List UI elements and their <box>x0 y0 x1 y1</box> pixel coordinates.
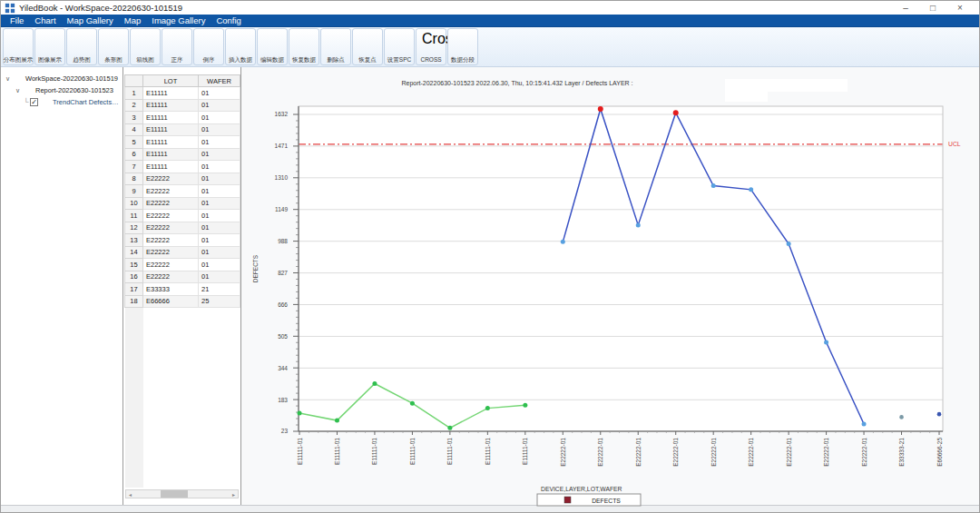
menu-file[interactable]: File <box>5 15 29 26</box>
table-row[interactable]: 1E1111101 <box>125 87 240 100</box>
wafer-cell[interactable]: 01 <box>199 87 240 100</box>
lot-cell[interactable]: E11111 <box>143 87 199 100</box>
wafer-cell[interactable]: 01 <box>199 234 240 247</box>
lot-cell[interactable]: E11111 <box>143 161 199 173</box>
row-number-cell[interactable]: 8 <box>125 173 143 185</box>
lot-cell[interactable]: E22222 <box>143 197 199 210</box>
data-point[interactable] <box>787 242 791 246</box>
lot-cell[interactable]: E11111 <box>143 123 199 136</box>
row-number-cell[interactable]: 17 <box>125 283 143 296</box>
table-row[interactable]: 3E1111101 <box>125 112 240 124</box>
horizontal-scrollbar[interactable]: ◂ ▸ <box>125 489 239 498</box>
menu-config[interactable]: Config <box>211 15 246 26</box>
scrollbar-track[interactable] <box>134 490 230 498</box>
table-row[interactable]: 16E2222201 <box>125 271 240 283</box>
box-plot-button[interactable]: 箱线图 <box>130 28 161 65</box>
scrollbar-thumb[interactable] <box>161 490 188 498</box>
row-number-cell[interactable]: 11 <box>125 210 143 222</box>
lot-cell[interactable]: E22222 <box>143 246 199 259</box>
table-row[interactable]: 4E1111101 <box>125 123 240 136</box>
wafer-cell[interactable]: 25 <box>199 295 240 308</box>
table-row[interactable]: 10E2222201 <box>125 197 240 210</box>
row-number-cell[interactable]: 15 <box>125 259 143 271</box>
data-point-lone[interactable] <box>937 412 942 417</box>
table-row[interactable]: 15E2222201 <box>125 259 240 271</box>
wafer-cell[interactable]: 01 <box>199 112 240 124</box>
wafer-cell[interactable]: 01 <box>199 136 240 149</box>
table-row[interactable]: 8E2222201 <box>125 173 240 185</box>
edit-data-button[interactable]: 编辑数据 <box>257 28 288 65</box>
wafer-cell[interactable]: 01 <box>199 161 240 173</box>
table-row[interactable]: 5E1111101 <box>125 136 240 149</box>
row-number-cell[interactable]: 14 <box>125 246 143 259</box>
wafer-cell[interactable]: 21 <box>199 283 240 296</box>
row-number-cell[interactable]: 3 <box>125 112 143 124</box>
close-button[interactable]: × <box>946 2 974 15</box>
lot-cell[interactable]: E11111 <box>143 99 199 112</box>
data-point[interactable] <box>410 401 415 406</box>
row-number-cell[interactable]: 4 <box>125 123 143 136</box>
data-point[interactable] <box>711 183 716 188</box>
wafer-cell[interactable]: 01 <box>199 259 240 271</box>
data-point[interactable] <box>447 426 452 430</box>
lot-cell[interactable]: E22222 <box>143 234 199 247</box>
row-number-cell[interactable]: 18 <box>125 295 143 308</box>
wafer-cell[interactable]: 01 <box>199 123 240 136</box>
data-point-lone[interactable] <box>899 415 904 419</box>
row-number-cell[interactable]: 12 <box>125 222 143 234</box>
lot-cell[interactable]: E22222 <box>143 185 199 198</box>
table-row[interactable]: 14E2222201 <box>125 246 240 259</box>
row-number-cell[interactable]: 1 <box>125 87 143 100</box>
row-number-cell[interactable]: 9 <box>125 185 143 198</box>
header-wafer[interactable]: WAFER <box>199 75 240 87</box>
table-row[interactable]: 7E1111101 <box>125 161 240 173</box>
tree-expander-icon[interactable]: ∨ <box>14 87 22 94</box>
row-number-cell[interactable]: 13 <box>125 234 143 247</box>
sort-ascending-button[interactable]: 正序 <box>162 28 192 65</box>
sidebar-item-report-20220630-101523[interactable]: ∨Report-20220630-101523 <box>1 84 122 96</box>
wafer-cell[interactable]: 01 <box>199 197 240 210</box>
sidebar-item-trendchart-defects[interactable]: └✓TrendChart Defects… <box>1 96 122 108</box>
maximize-button[interactable]: □ <box>919 2 946 15</box>
wafer-cell[interactable]: 01 <box>199 99 240 112</box>
menu-image-gallery[interactable]: Image Gallery <box>146 15 211 26</box>
bar-chart-button[interactable]: 条形图 <box>98 28 129 65</box>
delete-point-button[interactable]: 删除点 <box>320 28 351 65</box>
wafer-cell[interactable]: 01 <box>199 271 240 283</box>
image-grid-button[interactable]: 图像展示 <box>34 28 65 65</box>
minimize-button[interactable]: – <box>892 2 919 15</box>
restore-point-button[interactable]: 恢复点 <box>352 28 383 65</box>
wafer-cell[interactable]: 01 <box>199 148 240 161</box>
lot-cell[interactable]: E22222 <box>143 259 199 271</box>
row-number-cell[interactable]: 5 <box>125 136 143 149</box>
table-row[interactable]: 11E2222201 <box>125 210 240 222</box>
lot-cell[interactable]: E22222 <box>143 173 199 185</box>
sidebar-item-workspace-20220630-101519[interactable]: ∨WorkSpace-20220630-101519 <box>1 73 122 84</box>
menu-map[interactable]: Map <box>119 15 146 26</box>
wafer-cell[interactable]: 01 <box>199 173 240 185</box>
scroll-left-arrow[interactable]: ◂ <box>126 491 134 498</box>
distribution-maps-button[interactable]: 分布图展示 <box>3 28 34 65</box>
tree-expander-icon[interactable]: ∨ <box>4 75 12 83</box>
row-number-cell[interactable]: 2 <box>125 99 143 112</box>
data-point[interactable] <box>372 381 377 386</box>
data-point[interactable] <box>298 411 302 416</box>
data-point[interactable] <box>485 406 490 410</box>
data-point[interactable] <box>335 419 339 423</box>
data-point[interactable] <box>749 187 753 192</box>
sort-descending-button[interactable]: 倒序 <box>193 28 224 65</box>
table-row[interactable]: 9E2222201 <box>125 185 240 198</box>
table-row[interactable]: 12E2222201 <box>125 222 240 234</box>
header-rownum[interactable] <box>125 75 143 87</box>
data-point[interactable] <box>561 240 565 244</box>
lot-cell[interactable]: E66666 <box>143 295 199 308</box>
data-point[interactable] <box>636 222 641 227</box>
table-row[interactable]: 18E6666625 <box>125 295 240 308</box>
lot-cell[interactable]: E11111 <box>143 148 199 161</box>
table-row[interactable]: 2E1111101 <box>125 99 240 112</box>
scroll-right-arrow[interactable]: ▸ <box>230 491 238 498</box>
table-row[interactable]: 13E2222201 <box>125 234 240 247</box>
insert-data-button[interactable]: 插入数据 <box>225 28 256 65</box>
row-number-cell[interactable]: 10 <box>125 197 143 210</box>
wafer-cell[interactable]: 01 <box>199 185 240 198</box>
